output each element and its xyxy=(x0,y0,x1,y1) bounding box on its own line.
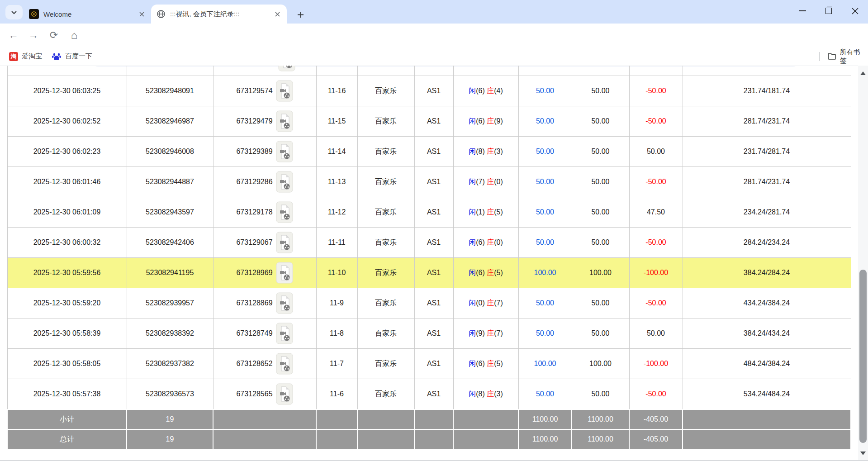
player-points: (7) xyxy=(476,178,485,185)
scroll-up-arrow-icon[interactable] xyxy=(858,67,868,79)
subtotal-row: 小计 19 1100.00 1100.00 -405.00 xyxy=(7,409,851,429)
cell-game-id: 673128565 xyxy=(213,379,316,410)
video-icon-clipped[interactable] xyxy=(278,66,295,71)
cell-game-id: 673128869 xyxy=(213,288,316,318)
cell-game-type: 百家乐 xyxy=(357,106,414,137)
table-row: 2025-12-30 05:59:20 523082939957 6731288… xyxy=(7,288,851,318)
table-row-partial xyxy=(7,66,851,76)
total-label: 总计 xyxy=(7,429,127,449)
table-row: 2025-12-30 06:02:23 523082946008 6731293… xyxy=(7,137,851,167)
video-replay-icon[interactable] xyxy=(276,292,293,314)
cell-result: 闲(8) 庄(3) xyxy=(453,379,518,410)
page-scrollbar[interactable] xyxy=(858,66,868,461)
video-replay-icon[interactable] xyxy=(276,201,293,223)
reload-button[interactable]: ⟳ xyxy=(47,28,61,43)
banker-result: 庄 xyxy=(487,208,494,216)
banker-result: 庄 xyxy=(487,360,494,367)
cell-balance: 484.24/384.24 xyxy=(683,349,851,379)
tab-welcome[interactable]: Welcome xyxy=(24,5,151,24)
game-id-text: 673128969 xyxy=(236,269,272,277)
video-replay-icon[interactable] xyxy=(276,262,293,284)
cell-table: AS1 xyxy=(414,197,453,228)
cell-balance: 384.24/284.24 xyxy=(683,258,851,288)
video-replay-icon[interactable] xyxy=(276,232,293,253)
video-replay-icon[interactable] xyxy=(276,323,293,344)
cell-game-type: 百家乐 xyxy=(357,167,414,197)
home-button[interactable]: ⌂ xyxy=(67,28,81,43)
cell-table: AS1 xyxy=(414,318,453,349)
player-result: 闲 xyxy=(469,299,476,307)
banker-result: 庄 xyxy=(487,299,494,307)
cell-table: AS1 xyxy=(414,258,453,288)
banker-result: 庄 xyxy=(487,147,494,155)
cell-valid-amount: 50.00 xyxy=(572,379,629,410)
game-id-text: 673128749 xyxy=(236,329,272,337)
cell-round: 11-8 xyxy=(316,318,357,349)
cell-bet-time: 2025-12-30 06:02:52 xyxy=(7,106,127,137)
cell-bet-amount[interactable]: 50.00 xyxy=(518,76,572,106)
video-replay-icon[interactable] xyxy=(276,110,293,132)
bet-table-body: 2025-12-30 06:03:25 523082948091 6731295… xyxy=(7,66,851,409)
folder-icon xyxy=(828,52,836,60)
player-points: (6) xyxy=(476,87,485,95)
back-button[interactable]: ← xyxy=(6,28,21,43)
cell-bet-amount[interactable]: 50.00 xyxy=(518,288,572,318)
table-row: 2025-12-30 05:59:56 523082941195 6731289… xyxy=(7,258,851,288)
cell-bet-amount[interactable]: 100.00 xyxy=(518,258,572,288)
total-count: 19 xyxy=(127,429,213,449)
table-row: 2025-12-30 05:58:05 523082937382 6731286… xyxy=(7,349,851,379)
video-replay-icon[interactable] xyxy=(276,383,293,405)
game-id-text: 673129178 xyxy=(236,208,272,216)
subtotal-bet: 1100.00 xyxy=(518,409,572,429)
cell-bet-amount[interactable]: 100.00 xyxy=(518,349,572,379)
bookmark-aitaobao[interactable]: 淘 爱淘宝 xyxy=(6,50,45,62)
cell-bet-id: 523082938392 xyxy=(127,318,213,349)
all-bookmarks-button[interactable]: 所有书签 xyxy=(825,50,868,62)
restore-button[interactable] xyxy=(816,0,842,22)
video-replay-icon[interactable] xyxy=(276,141,293,162)
close-button[interactable] xyxy=(842,0,868,22)
cell-bet-time: 2025-12-30 06:03:25 xyxy=(7,76,127,106)
cell-balance: 281.74/231.74 xyxy=(683,106,851,137)
cell-balance: 281.74/231.74 xyxy=(683,167,851,197)
welcome-favicon-icon xyxy=(29,9,39,19)
cell-win-loss: 50.00 xyxy=(629,137,683,167)
scroll-down-arrow-icon[interactable] xyxy=(858,447,868,459)
minimize-button[interactable] xyxy=(789,0,816,22)
cell-bet-amount[interactable]: 50.00 xyxy=(518,106,572,137)
banker-points: (5) xyxy=(494,269,503,276)
tab-bet-record[interactable]: :::视讯, 会员下注纪录::: xyxy=(151,5,287,24)
cell-bet-amount[interactable]: 50.00 xyxy=(518,137,572,167)
video-replay-icon[interactable] xyxy=(276,80,293,102)
subtotal-winloss: -405.00 xyxy=(629,409,683,429)
cell-bet-amount[interactable]: 50.00 xyxy=(518,379,572,410)
new-tab-button[interactable] xyxy=(294,8,307,21)
cell-win-loss: 50.00 xyxy=(629,318,683,349)
cell-bet-amount[interactable]: 50.00 xyxy=(518,228,572,258)
cell-bet-amount[interactable]: 50.00 xyxy=(518,197,572,228)
video-replay-icon[interactable] xyxy=(276,353,293,375)
scrollbar-thumb[interactable] xyxy=(859,270,867,443)
cell-bet-amount[interactable]: 50.00 xyxy=(518,167,572,197)
subtotal-count: 19 xyxy=(127,409,213,429)
tab-close-icon[interactable] xyxy=(273,10,281,18)
player-points: (0) xyxy=(476,299,485,307)
forward-button[interactable]: → xyxy=(26,28,41,43)
cell-round: 11-13 xyxy=(316,167,357,197)
cell-bet-amount[interactable]: 50.00 xyxy=(518,318,572,349)
tab-search-button[interactable] xyxy=(5,5,23,19)
cell-valid-amount: 50.00 xyxy=(572,288,629,318)
cell-table: AS1 xyxy=(414,379,453,410)
cell-table: AS1 xyxy=(414,76,453,106)
tab-close-icon[interactable] xyxy=(138,10,146,18)
cell-result: 闲(1) 庄(5) xyxy=(453,197,518,228)
cell-bet-id: 523082946987 xyxy=(127,106,213,137)
banker-points: (3) xyxy=(494,147,503,155)
cell-game-type: 百家乐 xyxy=(357,197,414,228)
bookmark-baidu[interactable]: 百度一下 xyxy=(49,50,95,62)
video-replay-icon[interactable] xyxy=(276,171,293,193)
subtotal-valid: 1100.00 xyxy=(572,409,629,429)
taobao-icon: 淘 xyxy=(9,52,18,61)
cell-round: 11-7 xyxy=(316,349,357,379)
cell-result: 闲(6) 庄(9) xyxy=(453,106,518,137)
